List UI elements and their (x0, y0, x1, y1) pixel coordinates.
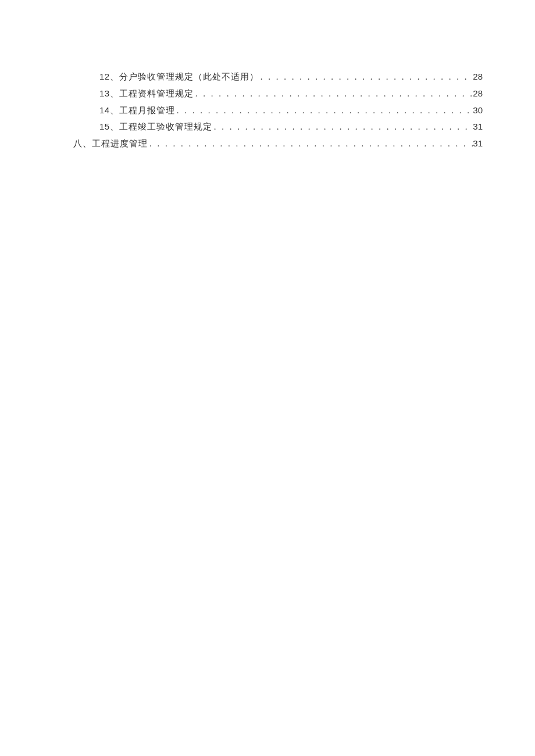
toc-leader (212, 119, 473, 135)
toc-title: 14、工程月报管理 (99, 102, 175, 119)
toc-sep: 、 (110, 106, 119, 115)
toc-text: 分户验收管理规定（此处不适用） (119, 72, 259, 81)
toc-entry: 15、工程竣工验收管理规定 31 (52, 119, 483, 135)
toc-title: 13、工程资料管理规定 (99, 85, 194, 102)
toc-text: 工程竣工验收管理规定 (119, 122, 212, 131)
toc-number: 12 (99, 71, 110, 81)
toc-title: 15、工程竣工验收管理规定 (99, 119, 212, 135)
toc-sep: 、 (110, 89, 119, 98)
toc-sep: 、 (110, 72, 119, 81)
toc-page: 28 (473, 69, 483, 85)
toc-leader (148, 136, 473, 152)
toc-number: 14 (99, 105, 110, 115)
toc-page: 30 (473, 102, 483, 119)
toc-text: 工程资料管理规定 (119, 89, 194, 98)
toc-leader (259, 69, 473, 85)
toc-title: 12、分户验收管理规定（此处不适用） (99, 69, 259, 85)
toc-number: 15 (99, 121, 110, 131)
toc-page: 28 (473, 85, 483, 102)
toc-text: 工程进度管理 (92, 139, 148, 148)
toc-entry: 13、工程资料管理规定 28 (52, 85, 483, 102)
toc-entry: 14、工程月报管理 30 (52, 102, 483, 119)
toc-number: 13 (99, 88, 110, 98)
toc-page: 31 (473, 135, 483, 152)
toc-entry: 八、工程进度管理 31 (52, 135, 483, 152)
toc-sep: 、 (83, 139, 92, 148)
toc-entry: 12、分户验收管理规定（此处不适用） 28 (52, 69, 483, 85)
toc-text: 工程月报管理 (119, 106, 175, 115)
toc-number: 八 (73, 139, 83, 148)
toc-title: 八、工程进度管理 (73, 136, 148, 152)
toc-sep: 、 (110, 122, 119, 131)
toc-page: 31 (473, 119, 483, 135)
toc-list: 12、分户验收管理规定（此处不适用） 28 13、工程资料管理规定 28 14、… (52, 69, 483, 152)
toc-leader (175, 103, 473, 119)
toc-leader (194, 86, 473, 102)
